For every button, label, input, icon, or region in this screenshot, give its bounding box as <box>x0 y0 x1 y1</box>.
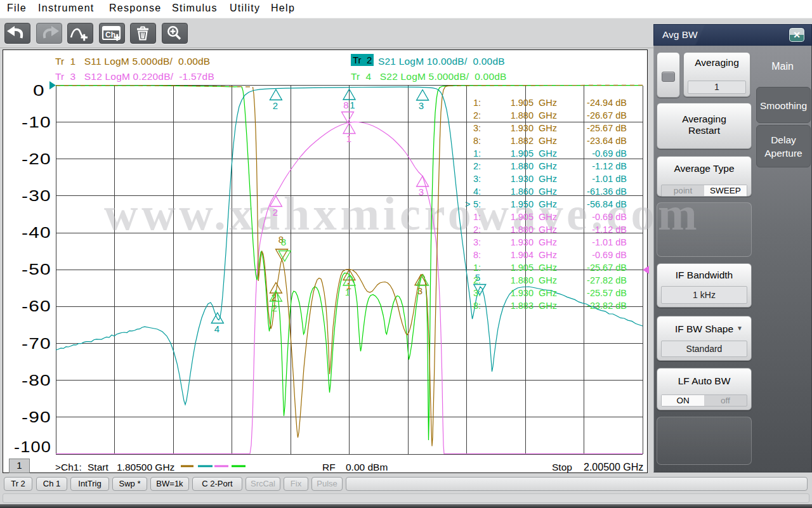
svg-text:1.860: 1.860 <box>511 186 534 197</box>
svg-text:-56.84 dB: -56.84 dB <box>587 199 627 209</box>
svg-text:3:: 3: <box>473 174 481 184</box>
svg-text:GHz: GHz <box>539 263 557 273</box>
svg-text:>: > <box>465 199 470 209</box>
svg-text:1.883: 1.883 <box>511 301 534 311</box>
svg-text:1:: 1: <box>473 148 481 159</box>
svg-text:-24.94 dB: -24.94 dB <box>587 98 627 108</box>
svg-text:GHz: GHz <box>539 123 557 133</box>
svg-text:1.882: 1.882 <box>511 136 534 146</box>
svg-text:1.905: 1.905 <box>511 98 534 108</box>
svg-text:1.950: 1.950 <box>511 199 534 209</box>
svg-text:-25.67 dB: -25.67 dB <box>587 263 627 273</box>
svg-text:-61.36 dB: -61.36 dB <box>587 186 627 197</box>
svg-text:8:: 8: <box>473 136 481 146</box>
svg-text:1.880: 1.880 <box>511 225 534 235</box>
svg-text:-26.67 dB: -26.67 dB <box>587 110 627 120</box>
svg-text:1:: 1: <box>473 212 481 222</box>
svg-text:-23.82 dB: -23.82 dB <box>587 301 627 311</box>
svg-text:1.880: 1.880 <box>511 275 534 285</box>
svg-text:GHz: GHz <box>539 148 557 159</box>
svg-text:-1.01 dB: -1.01 dB <box>592 237 627 247</box>
svg-text:2:: 2: <box>473 110 481 120</box>
svg-text:1.930: 1.930 <box>511 174 534 184</box>
svg-text:GHz: GHz <box>539 98 557 108</box>
svg-text:GHz: GHz <box>539 174 557 184</box>
svg-text:GHz: GHz <box>539 110 557 120</box>
svg-text:GHz: GHz <box>539 288 557 298</box>
svg-text:GHz: GHz <box>539 161 557 171</box>
svg-text:-1.12 dB: -1.12 dB <box>592 161 627 171</box>
svg-text:2:: 2: <box>473 275 481 285</box>
svg-text:GHz: GHz <box>539 212 557 222</box>
svg-text:-0.69 dB: -0.69 dB <box>592 250 627 260</box>
svg-text:-25.67 dB: -25.67 dB <box>587 123 627 133</box>
svg-text:1.905: 1.905 <box>511 212 534 222</box>
svg-text:1.904: 1.904 <box>511 250 534 260</box>
svg-text:GHz: GHz <box>539 186 557 197</box>
svg-text:-0.69 dB: -0.69 dB <box>592 212 627 222</box>
svg-text:-1.01 dB: -1.01 dB <box>592 174 627 184</box>
svg-text:1.880: 1.880 <box>511 161 534 171</box>
svg-text:1.930: 1.930 <box>511 123 534 133</box>
svg-text:2:: 2: <box>473 161 481 171</box>
svg-text:8:: 8: <box>473 250 481 260</box>
svg-text:GHz: GHz <box>539 275 557 285</box>
svg-text:5:: 5: <box>473 199 481 209</box>
svg-text:3:: 3: <box>473 123 481 133</box>
svg-text:-25.57 dB: -25.57 dB <box>587 288 627 298</box>
svg-text:4:: 4: <box>473 186 481 197</box>
svg-text:8:: 8: <box>473 301 481 311</box>
svg-text:GHz: GHz <box>539 301 557 311</box>
svg-text:3:: 3: <box>473 237 481 247</box>
svg-text:1.905: 1.905 <box>511 263 534 273</box>
svg-text:3:: 3: <box>473 288 481 298</box>
svg-text:-0.69 dB: -0.69 dB <box>592 148 627 159</box>
svg-text:1:: 1: <box>473 98 481 108</box>
svg-text:1.905: 1.905 <box>511 148 534 159</box>
svg-text:GHz: GHz <box>539 199 557 209</box>
svg-text:-1.12 dB: -1.12 dB <box>592 225 627 235</box>
svg-text:GHz: GHz <box>539 136 557 146</box>
svg-text:1.880: 1.880 <box>511 110 534 120</box>
svg-text:GHz: GHz <box>539 225 557 235</box>
svg-text:1.930: 1.930 <box>511 288 534 298</box>
svg-text:-23.64 dB: -23.64 dB <box>587 136 627 146</box>
svg-text:-27.82 dB: -27.82 dB <box>587 275 627 285</box>
svg-text:GHz: GHz <box>539 250 557 260</box>
svg-text:1.930: 1.930 <box>511 237 534 247</box>
svg-text:1:: 1: <box>473 263 481 273</box>
svg-text:2:: 2: <box>473 225 481 235</box>
svg-text:GHz: GHz <box>539 237 557 247</box>
